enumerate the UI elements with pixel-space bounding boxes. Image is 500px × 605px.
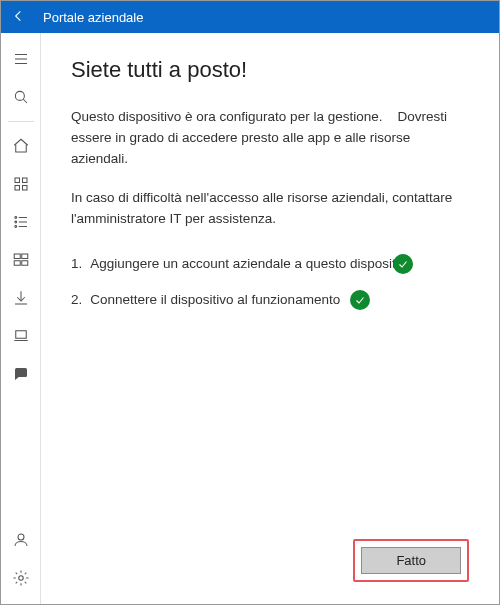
svg-rect-5 xyxy=(15,178,20,183)
intro-line1: Questo dispositivo è ora configurato per… xyxy=(71,109,382,124)
check-complete-icon xyxy=(393,254,413,274)
step-label: Connettere il dispositivo al funzionamen… xyxy=(90,292,340,307)
nav-support[interactable] xyxy=(1,356,41,394)
sidebar-top xyxy=(1,41,40,394)
svg-point-11 xyxy=(14,221,16,223)
user-icon xyxy=(12,531,30,552)
check-complete-icon xyxy=(350,290,370,310)
svg-point-24 xyxy=(18,575,23,580)
settings-icon xyxy=(12,569,30,590)
nav-search[interactable] xyxy=(1,79,41,117)
footer: Fatto xyxy=(71,539,469,588)
back-arrow-icon xyxy=(11,8,27,27)
laptop-icon xyxy=(12,327,30,348)
nav-menu[interactable] xyxy=(1,41,41,79)
app-title: Portale aziendale xyxy=(43,10,143,25)
svg-point-13 xyxy=(14,225,16,227)
download-icon xyxy=(12,289,30,310)
svg-rect-17 xyxy=(14,260,20,265)
tiles-icon xyxy=(12,251,30,272)
apps-grid-icon xyxy=(12,175,30,196)
svg-rect-7 xyxy=(15,185,20,190)
svg-point-3 xyxy=(15,91,24,100)
search-icon xyxy=(12,88,30,109)
nav-user[interactable] xyxy=(1,522,41,560)
help-paragraph: In caso di difficoltà nell'accesso alle … xyxy=(71,188,469,230)
back-button[interactable] xyxy=(7,5,31,29)
setup-step-1: 1. Aggiungere un account aziendale a que… xyxy=(71,254,469,274)
done-button[interactable]: Fatto xyxy=(361,547,461,574)
svg-rect-15 xyxy=(14,254,20,259)
nav-apps[interactable] xyxy=(1,166,41,204)
nav-home[interactable] xyxy=(1,128,41,166)
menu-icon xyxy=(12,50,30,71)
titlebar: Portale aziendale xyxy=(1,1,499,33)
home-icon xyxy=(12,137,30,158)
body: Siete tutti a posto! Questo dispositivo … xyxy=(1,33,499,604)
sidebar-bottom xyxy=(1,522,40,598)
svg-line-4 xyxy=(23,99,27,103)
step-label: Aggiungere un account aziendale a questo… xyxy=(90,256,413,271)
step-number: 1. xyxy=(71,256,82,271)
svg-point-9 xyxy=(14,216,16,218)
step-number: 2. xyxy=(71,292,82,307)
nav-devices[interactable] xyxy=(1,318,41,356)
list-icon xyxy=(12,213,30,234)
sidebar-divider xyxy=(8,121,34,122)
page-title: Siete tutti a posto! xyxy=(71,57,469,83)
intro-paragraph: Questo dispositivo è ora configurato per… xyxy=(71,107,469,170)
svg-rect-21 xyxy=(15,330,26,338)
sidebar xyxy=(1,33,41,604)
nav-settings[interactable] xyxy=(1,560,41,598)
done-highlight: Fatto xyxy=(353,539,469,582)
company-portal-window: Portale aziendale xyxy=(0,0,500,605)
main-content: Siete tutti a posto! Questo dispositivo … xyxy=(41,33,499,604)
setup-step-2: 2. Connettere il dispositivo al funziona… xyxy=(71,290,469,310)
nav-list[interactable] xyxy=(1,204,41,242)
svg-rect-8 xyxy=(22,185,27,190)
setup-steps: 1. Aggiungere un account aziendale a que… xyxy=(71,254,469,326)
chat-icon xyxy=(12,365,30,386)
svg-rect-6 xyxy=(22,178,27,183)
svg-point-23 xyxy=(18,534,24,540)
svg-rect-16 xyxy=(21,254,27,259)
svg-rect-18 xyxy=(21,260,27,265)
nav-downloads[interactable] xyxy=(1,280,41,318)
nav-tiles[interactable] xyxy=(1,242,41,280)
